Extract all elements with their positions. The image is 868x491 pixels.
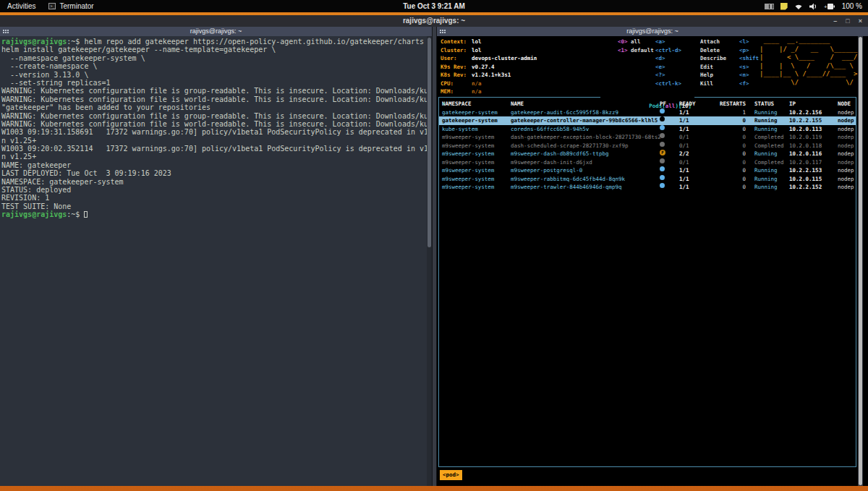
terminal-line: helm install gatekeeper/gatekeeper --nam…	[1, 46, 427, 54]
notes-icon[interactable]	[780, 3, 788, 10]
k9s-side-hotkey[interactable]: <n>	[739, 71, 759, 80]
portforward-icon: F	[660, 150, 665, 155]
table-row[interactable]: gatekeeper-systemgatekeeper-audit-6cc599…	[439, 108, 856, 117]
k9s-info-row: K8s Rev:v1.24.1+k3s1	[441, 71, 537, 80]
right-scrollbar[interactable]	[858, 36, 863, 486]
pod-status-dot-icon	[660, 166, 665, 171]
left-pane-title: rajivgs@rajivgs: ~	[190, 27, 242, 35]
k9s-side-hotkey[interactable]: <shift	[739, 54, 759, 63]
minimize-button[interactable]: –	[833, 18, 837, 25]
terminal-line: n v1.25+	[1, 153, 427, 161]
volume-icon	[809, 3, 817, 10]
table-row[interactable]: m9sweeper-systemm9sweeper-dash-db89cdf65…	[439, 150, 856, 158]
k9s-logo: ____ __.________ | |/ _/ __ \______ | < …	[760, 37, 857, 87]
k9s-info-row: CPU:n/a	[441, 80, 537, 88]
k9s-namespace-hotkey[interactable]: <0> all	[618, 38, 654, 46]
left-scrollbar[interactable]	[427, 36, 432, 486]
battery-percent[interactable]: 100 %	[842, 2, 862, 10]
k9s-namespace-hotkey[interactable]: <1> default	[618, 46, 654, 55]
k9s-cluster-info: Context:lolCluster:lolUser:devops-cluste…	[441, 38, 537, 96]
table-row[interactable]: m9sweeper-systemm9sweeper-dash-init-d6jx…	[439, 158, 856, 167]
terminal-line: n v1.25+	[1, 137, 427, 145]
top-panel: Activities >_ Terminator Tue Oct 3 9:21 …	[0, 0, 868, 12]
workspace-indicator-icon[interactable]	[765, 4, 774, 9]
table-row[interactable]: m9sweeper-systemm9sweeper-postgresql-01/…	[439, 166, 856, 175]
group-icon[interactable]	[3, 30, 4, 31]
terminator-window: rajivgs@rajivgs: ~ – □ × rajivgs@rajivgs…	[0, 15, 868, 486]
close-button[interactable]: ×	[859, 18, 862, 25]
k9s-side-hotkey[interactable]: <s>	[739, 63, 759, 72]
k9s-breadcrumb-pod[interactable]: <pod>	[440, 470, 462, 480]
k9s-side-hotkey[interactable]: <p>	[739, 46, 759, 55]
table-row[interactable]: m9sweeper-systemdash-scheduled-scrape-28…	[439, 142, 856, 150]
pane-divider[interactable]	[432, 27, 437, 486]
k9s-info-row: K9s Rev:v0.27.4	[441, 63, 537, 72]
k9s-info-row: Context:lol	[441, 38, 537, 46]
k9s-action-hotkey[interactable]: <ctrl-k>Kill	[655, 80, 726, 88]
pod-status-dot-icon	[660, 158, 665, 163]
terminal-line: REVISION: 1	[1, 194, 427, 202]
left-pane-titlebar[interactable]: rajivgs@rajivgs: ~	[0, 27, 432, 36]
table-row-selected[interactable]: gatekeeper-systemgatekeeper-controller-m…	[439, 116, 856, 125]
terminal-line: "gatekeeper" has been added to your repo…	[1, 103, 427, 111]
terminal-line: --version 3.13.0 \	[1, 71, 427, 79]
maximize-button[interactable]: □	[846, 18, 849, 25]
terminal-line: rajivgs@rajivgs:~$	[1, 210, 427, 218]
table-row[interactable]: m9sweeper-systemm9sweeper-rabbitmq-6dc45…	[439, 175, 856, 184]
group-icon[interactable]	[440, 30, 441, 31]
terminal-line: WARNING: Kubernetes configuration file i…	[1, 95, 427, 103]
left-scrollbar-thumb[interactable]	[427, 38, 431, 247]
table-row[interactable]: m9sweeper-systemdash-gatekeeper-exceptio…	[439, 133, 856, 142]
k9s-action-hotkeys[interactable]: <a>Attach<ctrl-d>Delete<d>Describe<e>Edi…	[655, 38, 726, 87]
clock[interactable]: Tue Oct 3 9:21 AM	[0, 2, 868, 10]
table-header-row: NAMESPACE↑NAMEPFREADYRESTARTSSTATUSIPNOD…	[439, 100, 856, 108]
terminal-line: WARNING: Kubernetes configuration file i…	[1, 87, 427, 95]
pod-status-dot-icon	[660, 108, 665, 114]
pod-status-dot-icon	[660, 142, 665, 147]
terminal-line: W1003 09:20:02.352114 17372 warnings.go:…	[1, 145, 427, 153]
pod-status-dot-icon	[660, 125, 665, 130]
terminal-line: --create-namespace \	[1, 62, 427, 70]
desktop: Activities >_ Terminator Tue Oct 3 9:21 …	[0, 0, 868, 491]
pod-status-dot-icon	[660, 133, 665, 138]
terminal-line: NAME: gatekeeper	[1, 161, 427, 169]
k9s-info-row: User:devops-cluster-admin	[441, 54, 537, 63]
window-title: rajivgs@rajivgs: ~	[403, 17, 465, 25]
k9s-pods-table: Pods(all)[10] NAMESPACE↑NAMEPFREADYRESTA…	[438, 97, 856, 467]
battery-icon: +	[824, 3, 835, 10]
k9s-namespace-hotkeys[interactable]: <0> all<1> default	[618, 38, 654, 54]
left-terminal-pane: rajivgs@rajivgs: ~ rajivgs@rajivgs:~$ he…	[0, 27, 432, 486]
window-titlebar[interactable]: rajivgs@rajivgs: ~ – □ ×	[0, 15, 868, 27]
k9s-action-hotkey[interactable]: <a>Attach	[655, 38, 726, 46]
table-row[interactable]: kube-systemcoredns-66ffcc6b58-94h5v1/10R…	[439, 125, 856, 134]
terminal-line: NAMESPACE: gatekeeper-system	[1, 178, 427, 186]
right-scrollbar-thumb[interactable]	[859, 37, 862, 485]
right-pane-title: rajivgs@rajivgs: ~	[626, 27, 678, 35]
k9s-info-row: MEM:n/a	[441, 87, 537, 96]
k9s-action-hotkey[interactable]: <ctrl-d>Delete	[655, 46, 726, 55]
k9s-action-hotkey[interactable]: <e>Edit	[655, 63, 726, 72]
right-terminal-pane: rajivgs@rajivgs: ~ Context:lolCluster:lo…	[437, 27, 868, 486]
k9s-action-hotkey[interactable]: <?>Help	[655, 71, 726, 80]
left-terminal-output[interactable]: rajivgs@rajivgs:~$ helm repo add gatekee…	[0, 36, 427, 486]
terminal-cursor	[84, 211, 88, 218]
svg-text:+: +	[824, 4, 827, 10]
k9s-side-hotkey[interactable]: <f>	[739, 80, 759, 88]
right-pane-titlebar[interactable]: rajivgs@rajivgs: ~	[437, 27, 868, 36]
terminal-line: W1003 09:19:31.158691 17372 warnings.go:…	[1, 128, 427, 136]
k9s-side-hotkeys[interactable]: <l><p><shift<s><n><f>	[739, 38, 759, 87]
pod-status-dot-icon	[660, 116, 665, 121]
table-row[interactable]: m9sweeper-systemm9sweeper-trawler-844b46…	[439, 183, 856, 192]
pod-status-dot-icon	[660, 175, 665, 180]
pod-status-dot-icon	[660, 183, 665, 188]
terminal-line: --set-string replicas=1	[1, 79, 427, 87]
wifi-icon	[794, 3, 803, 10]
k9s-info-row: Cluster:lol	[441, 46, 537, 55]
terminal-line: WARNING: Kubernetes configuration file i…	[1, 120, 427, 128]
terminal-line: rajivgs@rajivgs:~$ helm repo add gatekee…	[1, 38, 427, 46]
k9s-side-hotkey[interactable]: <l>	[739, 38, 759, 46]
k9s-action-hotkey[interactable]: <d>Describe	[655, 54, 726, 63]
terminal-line: WARNING: Kubernetes configuration file i…	[1, 112, 427, 120]
k9s-app: Context:lolCluster:lolUser:devops-cluste…	[437, 36, 868, 486]
terminal-line: STATUS: deployed	[1, 186, 427, 194]
